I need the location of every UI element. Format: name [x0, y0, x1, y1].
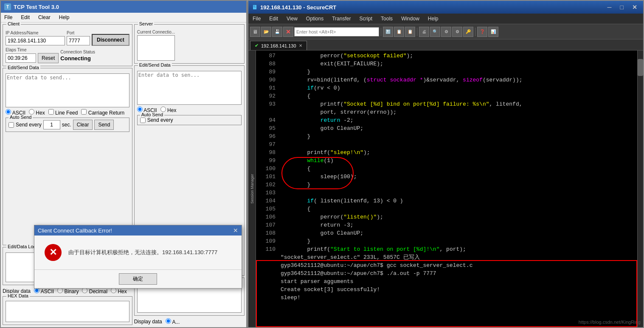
interval-input-client[interactable]	[43, 120, 60, 129]
hex-radio-server[interactable]	[160, 107, 166, 112]
disp-ascii-server[interactable]	[166, 318, 171, 324]
scrt-toolbar: 🖥 📂 💾 ✕ 🔙 📋 📋 🖨 🔍 ⚙ ⚙ 🔑 ❓ 📊	[248, 24, 643, 39]
client-group-label: Client	[6, 21, 21, 26]
edit-send-client-group: Edit/Send Data ASCII Hex Line Feed Carri…	[3, 68, 132, 245]
toolbar-btn-5[interactable]: 📋	[394, 27, 404, 37]
scrt-menu-file[interactable]: File	[248, 14, 265, 23]
host-input[interactable]	[294, 27, 379, 36]
conn-status-value: Connecting	[60, 55, 95, 62]
error-close-button[interactable]: ✕	[233, 227, 238, 234]
error-title: Client Connect Callback Error!	[38, 227, 112, 234]
toolbar-btn-6[interactable]: 📋	[405, 27, 415, 37]
hex-data-client-group: HEX Data	[3, 296, 132, 325]
error-message: 由于目标计算机积极拒绝，无法连接。192.168.141.130:7777	[68, 249, 217, 256]
menu-clear[interactable]: Clear	[35, 14, 54, 21]
terminal-scrollbar[interactable]	[637, 50, 643, 327]
menu-help[interactable]: Help	[56, 14, 73, 21]
elaps-input	[6, 53, 36, 63]
tcp-app-icon: T	[4, 3, 11, 10]
watermark: https://blog.csdn.net/KingRing	[579, 320, 641, 325]
hex-radio-client[interactable]	[29, 109, 34, 115]
session-manager-label[interactable]: Session Manager	[250, 174, 254, 204]
port-input[interactable]	[67, 36, 90, 45]
ip-input[interactable]	[6, 36, 65, 45]
code-line: 106 perror("listen()");	[259, 213, 634, 221]
toolbar-btn-2[interactable]: 📂	[261, 27, 271, 37]
code-line: 101 sleep(100);	[259, 173, 634, 181]
code-line: 90 rv=bind(litenfd, (struct sockaddr *)&…	[259, 76, 634, 84]
current-conn-list[interactable]	[137, 35, 175, 61]
ascii-radio-server[interactable]	[137, 107, 143, 112]
auto-send-check-client[interactable]	[8, 122, 14, 128]
code-line: 87 perror("setsockopt failed");	[259, 52, 634, 60]
clear-button-client[interactable]: Clear	[73, 120, 93, 130]
toolbar-btn-10[interactable]: ⚙	[452, 27, 462, 37]
code-line: 97	[259, 141, 634, 149]
line-feed-label[interactable]: Line Feed	[48, 109, 78, 116]
toolbar-btn-1[interactable]: 🖥	[250, 27, 260, 37]
error-icon: ✕	[45, 244, 62, 261]
toolbar-btn-4[interactable]: 🔙	[383, 27, 393, 37]
sec-label-client: sec.	[62, 122, 71, 128]
toolbar-btn-9[interactable]: ⚙	[441, 27, 451, 37]
scrt-tab-bar: ✔ 192.168.141.130 ✕	[248, 39, 643, 50]
scrt-titlebar: 🖥 192.168.141.130 - SecureCRT ─ □ ✕	[248, 1, 643, 14]
send-data-client-textarea[interactable]	[6, 73, 129, 107]
toolbar-btn-8[interactable]: 🔍	[430, 27, 440, 37]
tcp-titlebar: T TCP Test Tool 3.0	[1, 1, 246, 13]
code-line: 96 }	[259, 133, 634, 141]
scrt-menu-window[interactable]: Window	[397, 14, 424, 23]
scrt-menu-script[interactable]: Script	[355, 14, 377, 23]
send-data-server-textarea[interactable]	[137, 71, 242, 105]
toolbar-sep-1	[381, 28, 381, 36]
carriage-return-label[interactable]: Carriage Return	[81, 109, 124, 116]
scrt-tab-main[interactable]: ✔ 192.168.141.130 ✕	[250, 41, 307, 50]
terminal-output-line: sleep!	[259, 294, 634, 302]
scrt-main: Session Manager 87 perror("setsockopt fa…	[248, 50, 643, 327]
line-feed-check[interactable]	[48, 109, 54, 115]
current-conn-field: Current Connectio...	[137, 30, 175, 61]
scrt-titlebar-icon: 🖥	[252, 4, 258, 11]
scrt-menu-transfer[interactable]: Transfer	[328, 14, 355, 23]
edit-send-client-label: Edit/Send Data	[6, 65, 40, 70]
scrt-menu-tools[interactable]: Tools	[377, 14, 397, 23]
client-group: Client IP Address/Name Port Disconnect	[3, 24, 132, 66]
code-line: 110 printf("Start to listen on port [%d]…	[259, 246, 634, 254]
display-label-server: Display data	[134, 319, 162, 325]
error-dialog: Client Connect Callback Error! ✕ ✕ 由于目标计…	[34, 225, 242, 289]
code-line: 95 goto CleanUP;	[259, 125, 634, 133]
error-body: ✕ 由于目标计算机积极拒绝，无法连接。192.168.141.130:7777	[34, 235, 242, 269]
auto-send-check-server[interactable]	[140, 118, 146, 123]
close-button[interactable]: ✕	[630, 3, 640, 11]
error-ok-button[interactable]: 确定	[119, 273, 157, 285]
terminal-area[interactable]: 87 perror("setsockopt failed");88 exit(E…	[256, 50, 637, 327]
terminal-output-line: Create socket[3] successfully!	[259, 286, 634, 294]
toolbar-btn-disconnect[interactable]: ✕	[283, 27, 293, 37]
reset-button[interactable]: Reset	[38, 53, 59, 63]
menu-file[interactable]: File	[1, 14, 16, 21]
scrt-menu-edit[interactable]: Edit	[265, 14, 282, 23]
scrt-tab-close[interactable]: ✕	[299, 43, 302, 48]
toolbar-btn-3[interactable]: 💾	[272, 27, 282, 37]
toolbar-sep-2	[417, 28, 417, 36]
menu-edit[interactable]: Edit	[17, 14, 33, 21]
scrt-menu-view[interactable]: View	[282, 14, 302, 23]
terminal-output-line: gyp364521112@ubuntu:~/apue/ch7$ ./a.out …	[259, 270, 634, 278]
scrt-menu-help[interactable]: Help	[424, 14, 443, 23]
error-footer: 确定	[34, 269, 242, 288]
elaps-field-group: Elaps Time Reset	[6, 48, 59, 63]
toolbar-btn-help[interactable]: ❓	[477, 27, 487, 37]
toolbar-btn-7[interactable]: 🖨	[419, 27, 429, 37]
toolbar-btn-12[interactable]: 📊	[488, 27, 498, 37]
hex-data-client-label: HEX Data	[6, 293, 30, 298]
hex-data-client-area[interactable]	[6, 301, 129, 322]
maximize-button[interactable]: □	[618, 3, 626, 11]
carriage-return-check[interactable]	[81, 109, 87, 115]
send-button-client[interactable]: Send	[94, 120, 114, 130]
minimize-button[interactable]: ─	[605, 3, 614, 11]
toolbar-btn-11[interactable]: 🔑	[463, 27, 473, 37]
auto-send-group-server: Auto Send Send every	[137, 115, 242, 125]
ascii-radio-client[interactable]	[6, 109, 11, 115]
scrt-menu-options[interactable]: Options	[302, 14, 328, 23]
disconnect-button[interactable]: Disconnect	[92, 34, 129, 46]
